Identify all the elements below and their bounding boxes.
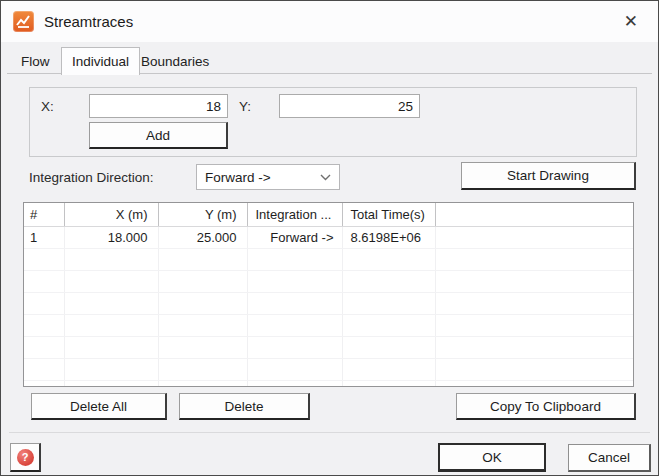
- window-title: Streamtraces: [44, 13, 133, 30]
- x-label: X:: [41, 99, 54, 114]
- integration-direction-select[interactable]: Forward ->: [196, 164, 340, 190]
- col-header-total-time[interactable]: Total Time(s): [342, 203, 435, 227]
- col-header-y[interactable]: Y (m): [158, 203, 247, 227]
- cell-integration: Forward ->: [247, 227, 342, 249]
- table-header-row: # X (m) Y (m) Integration ... Total Time…: [24, 203, 633, 227]
- add-button[interactable]: Add: [89, 122, 228, 149]
- table-empty-row[interactable]: [24, 315, 633, 337]
- start-drawing-label: Start Drawing: [507, 168, 589, 183]
- delete-all-label: Delete All: [70, 399, 127, 414]
- x-input[interactable]: [89, 94, 228, 118]
- cell-x: 18.000: [64, 227, 158, 249]
- table-empty-row[interactable]: [24, 381, 633, 388]
- table-empty-row[interactable]: [24, 359, 633, 381]
- tab-individual[interactable]: Individual: [61, 47, 140, 75]
- add-button-label: Add: [146, 128, 170, 143]
- table-empty-row[interactable]: [24, 293, 633, 315]
- col-header-filler: [435, 203, 633, 227]
- streamtraces-dialog: Streamtraces ✕ Flow Individual Boundarie…: [0, 0, 659, 476]
- delete-button[interactable]: Delete: [179, 393, 310, 420]
- title-bar: Streamtraces ✕: [1, 1, 658, 42]
- table-row[interactable]: 1 18.000 25.000 Forward -> 8.6198E+06: [24, 227, 633, 249]
- delete-label: Delete: [224, 399, 263, 414]
- app-icon: [13, 11, 34, 32]
- cell-y: 25.000: [158, 227, 247, 249]
- cell-index: 1: [24, 227, 64, 249]
- footer-divider: [9, 432, 650, 433]
- cell-total-time: 8.6198E+06: [342, 227, 435, 249]
- integration-direction-value: Forward ->: [205, 170, 271, 185]
- y-label: Y:: [239, 99, 251, 114]
- help-icon: ?: [17, 449, 34, 466]
- tab-flow[interactable]: Flow: [11, 50, 60, 73]
- close-icon[interactable]: ✕: [620, 11, 642, 32]
- copy-to-clipboard-label: Copy To Clipboard: [490, 399, 601, 414]
- ok-button-label: OK: [482, 450, 502, 465]
- copy-to-clipboard-button[interactable]: Copy To Clipboard: [456, 393, 636, 420]
- tab-boundaries[interactable]: Boundaries: [131, 50, 219, 73]
- col-header-integration[interactable]: Integration ...: [247, 203, 342, 227]
- y-input[interactable]: [279, 94, 420, 118]
- chevron-down-icon: [320, 174, 331, 181]
- col-header-index[interactable]: #: [24, 203, 64, 227]
- tab-boundaries-label: Boundaries: [141, 54, 209, 69]
- ok-button[interactable]: OK: [438, 443, 546, 472]
- table-empty-row[interactable]: [24, 337, 633, 359]
- tab-flow-label: Flow: [21, 54, 50, 69]
- table-empty-row[interactable]: [24, 271, 633, 293]
- streamtrace-table: # X (m) Y (m) Integration ... Total Time…: [23, 202, 634, 387]
- cancel-button[interactable]: Cancel: [568, 444, 651, 472]
- delete-all-button[interactable]: Delete All: [31, 393, 167, 420]
- app-logo-icon: [16, 14, 31, 29]
- start-drawing-button[interactable]: Start Drawing: [461, 162, 636, 190]
- integration-direction-label: Integration Direction:: [29, 170, 154, 185]
- tab-individual-label: Individual: [72, 54, 129, 69]
- cancel-button-label: Cancel: [588, 450, 630, 465]
- help-button[interactable]: ?: [10, 443, 41, 472]
- table-empty-row[interactable]: [24, 249, 633, 271]
- col-header-x[interactable]: X (m): [64, 203, 158, 227]
